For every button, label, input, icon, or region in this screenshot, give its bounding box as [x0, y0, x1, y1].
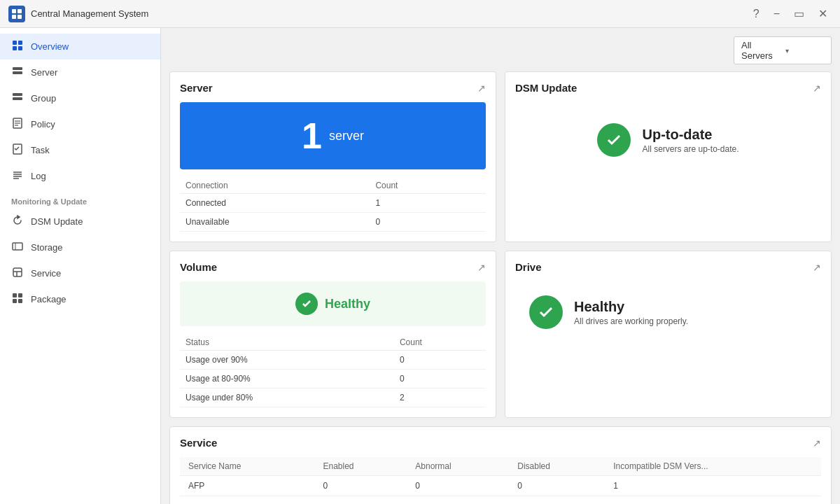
server-count-box: 1 server	[180, 102, 486, 169]
drive-status-area: Healthy All drives are working properly.	[515, 281, 821, 343]
topbar: All Servers ▾	[169, 36, 832, 64]
sidebar-label-service: Service	[31, 268, 61, 279]
svg-rect-6	[13, 46, 17, 50]
dsm-update-icon	[11, 215, 24, 228]
sidebar-item-dsm-update[interactable]: DSM Update	[0, 209, 160, 234]
server-icon	[11, 66, 24, 79]
svg-point-11	[20, 72, 21, 74]
volume-under80-count: 2	[394, 388, 486, 407]
table-row: Unavailable 0	[180, 213, 486, 232]
volume-panel-header: Volume ↗	[180, 261, 486, 273]
svg-rect-0	[12, 9, 16, 13]
svg-rect-13	[13, 97, 22, 100]
close-button[interactable]: ✕	[814, 8, 832, 20]
server-panel-expand-icon[interactable]: ↗	[477, 83, 486, 94]
svg-rect-5	[18, 41, 22, 45]
task-icon	[11, 144, 24, 157]
drive-panel-title: Drive	[515, 261, 542, 273]
service-panel-title: Service	[180, 437, 217, 449]
volume-panel-title: Volume	[180, 261, 217, 273]
volume-col-count: Count	[394, 335, 486, 351]
service-panel-expand-icon[interactable]: ↗	[813, 438, 821, 449]
dsm-panel-header: DSM Update ↗	[515, 82, 821, 94]
service-col-abnormal: Abnormal	[407, 457, 509, 476]
sidebar-label-task: Task	[31, 145, 50, 155]
volume-80-90: Usage at 80-90%	[180, 370, 394, 388]
sidebar-item-overview[interactable]: Overview	[0, 34, 160, 59]
server-select-dropdown[interactable]: All Servers ▾	[734, 36, 832, 64]
panels-grid: Server ↗ 1 server Connection Count	[169, 71, 832, 504]
server-select-value: All Servers	[741, 40, 780, 61]
svg-rect-24	[13, 243, 22, 250]
dsm-status-sub: All servers are up-to-date.	[642, 144, 738, 154]
server-count-number: 1	[302, 118, 322, 154]
volume-over90-count: 0	[394, 351, 486, 370]
sidebar-label-dsm-update: DSM Update	[31, 216, 83, 227]
drive-status-text-group: Healthy All drives are working properly.	[574, 299, 688, 326]
sidebar-item-server[interactable]: Server	[0, 59, 160, 85]
titlebar: Central Management System ? − ▭ ✕	[0, 0, 840, 28]
volume-panel: Volume ↗ Healthy Status Count	[169, 251, 496, 418]
server-table-col-count: Count	[370, 178, 486, 194]
svg-rect-2	[12, 15, 16, 19]
volume-80-90-count: 0	[394, 370, 486, 388]
drive-status-sub: All drives are working properly.	[574, 316, 688, 326]
drive-panel-header: Drive ↗	[515, 261, 821, 273]
sidebar-label-policy: Policy	[31, 119, 55, 130]
sidebar-item-service[interactable]: Service	[0, 260, 160, 286]
table-row: Usage at 80-90% 0	[180, 370, 486, 388]
connection-type-connected: Connected	[180, 194, 370, 213]
service-enabled-afp: 0	[314, 476, 407, 496]
dsm-panel-expand-icon[interactable]: ↗	[813, 83, 821, 94]
sidebar-item-task[interactable]: Task	[0, 137, 160, 163]
svg-rect-26	[13, 268, 22, 276]
sidebar-item-storage[interactable]: Storage	[0, 234, 160, 260]
service-disabled-afp: 0	[509, 476, 605, 496]
drive-status-title: Healthy	[574, 299, 688, 315]
storage-icon	[11, 241, 24, 254]
help-button[interactable]: ?	[749, 8, 764, 20]
connection-count-unavailable: 0	[370, 213, 486, 232]
group-icon	[11, 92, 24, 105]
service-abnormal-afp: 0	[407, 476, 509, 496]
server-panel-header: Server ↗	[180, 82, 486, 94]
chevron-down-icon: ▾	[785, 47, 824, 55]
package-icon	[11, 293, 24, 306]
service-col-disabled: Disabled	[509, 457, 605, 476]
server-connection-table: Connection Count Connected 1 Unavailable…	[180, 178, 486, 232]
dsm-update-panel: DSM Update ↗ Up-to-date All servers are …	[505, 71, 832, 242]
dsm-check-icon	[597, 123, 631, 157]
volume-under80: Usage under 80%	[180, 388, 394, 407]
minimize-button[interactable]: −	[769, 8, 784, 20]
volume-col-status: Status	[180, 335, 394, 351]
connection-count-connected: 1	[370, 194, 486, 213]
service-col-enabled: Enabled	[314, 457, 407, 476]
svg-rect-4	[13, 41, 17, 45]
sidebar-label-overview: Overview	[31, 41, 69, 52]
service-table: Service Name Enabled Abnormal Disabled I…	[180, 457, 821, 496]
sidebar-item-group[interactable]: Group	[0, 85, 160, 111]
table-row: Usage under 80% 2	[180, 388, 486, 407]
svg-rect-29	[13, 293, 17, 298]
main-content: All Servers ▾ Server ↗ 1 server	[161, 28, 840, 504]
sidebar: Overview Server Group	[0, 28, 161, 504]
sidebar-item-policy[interactable]: Policy	[0, 111, 160, 137]
service-icon	[11, 267, 24, 280]
server-panel-title: Server	[180, 82, 213, 94]
drive-panel: Drive ↗ Healthy All drives are working p…	[505, 251, 832, 418]
sidebar-label-log: Log	[31, 171, 46, 181]
log-icon	[11, 169, 24, 183]
svg-rect-1	[18, 9, 22, 13]
restore-button[interactable]: ▭	[790, 8, 808, 20]
table-row: Connected 1	[180, 194, 486, 213]
service-col-name: Service Name	[180, 457, 314, 476]
service-panel: Service ↗ Service Name Enabled Abnormal …	[169, 426, 832, 504]
volume-over90: Usage over 90%	[180, 351, 394, 370]
service-name-afp: AFP	[180, 476, 314, 496]
volume-panel-expand-icon[interactable]: ↗	[477, 262, 486, 273]
drive-panel-expand-icon[interactable]: ↗	[813, 262, 821, 273]
sidebar-item-package[interactable]: Package	[0, 286, 160, 312]
drive-check-icon	[529, 295, 563, 329]
sidebar-item-log[interactable]: Log	[0, 163, 160, 189]
connection-type-unavailable: Unavailable	[180, 213, 370, 232]
